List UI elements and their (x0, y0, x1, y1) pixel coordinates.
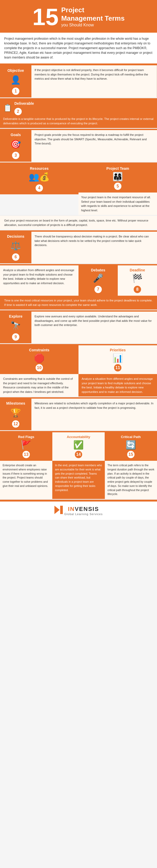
logo-svg (54, 506, 63, 514)
svg-rect-1 (60, 506, 63, 514)
milestones-icon: 🏆 (10, 408, 21, 418)
red-flags-icon: 🚩 (3, 440, 50, 450)
team-number: 5 (114, 183, 122, 190)
goals-number: 3 (12, 152, 19, 159)
panel-deadline: Deadline 🏁 8 (118, 266, 157, 296)
constraints-title: Constraints (3, 348, 76, 352)
accountability-number: 14 (75, 451, 82, 458)
resources-number: 4 (35, 184, 43, 192)
panel-accountability: Accountability ✅ 14 (52, 432, 105, 461)
resources-text-panel: Get your project resources on board in t… (0, 216, 157, 230)
deadline-icon: 🏁 (120, 273, 154, 283)
deliverable-text: Deliverable is a tangible outcome that i… (3, 117, 154, 125)
critical-path-text-panel: The term critical path refers to the lon… (105, 461, 157, 499)
resources-text: Get your project resources on board in t… (4, 218, 153, 227)
objective-icon: 👤 (10, 75, 21, 85)
debates-icon: 🎤 (81, 273, 115, 283)
deliverable-icon: 📋 (3, 103, 12, 114)
red-flags-title: Red Flags (3, 435, 50, 439)
panel-resources: Resources 👥💰 4 (0, 164, 78, 194)
team-text-panel: Your project team is the most important … (78, 192, 157, 215)
red-flags-number: 13 (23, 451, 30, 458)
explore-title: Explore (9, 314, 22, 318)
logo-sub-text: Global Learning Services (64, 513, 103, 516)
goals-title: Goals (11, 133, 21, 137)
critical-path-number: 15 (127, 451, 134, 458)
header-title-line1: Project (61, 6, 125, 14)
panel-goals: Goals 🎯 3 (0, 130, 31, 162)
critical-path-text: The term critical path refers to the lon… (108, 463, 154, 496)
row-deliverable: 📋 Deliverable 2 Deliverable is a tangibl… (0, 98, 157, 129)
accountability-text-panel: In the end, project team members who are… (52, 461, 105, 499)
page-header: 15 Project Management Terms you Should K… (0, 0, 157, 33)
debates-deadline-icons: Debates 🎤 7 Deadline 🏁 8 (78, 266, 157, 296)
objective-title: Objective (7, 68, 24, 73)
accountability-title: Accountability (55, 435, 102, 439)
resources-title: Resources (29, 166, 50, 170)
deadline-title: Deadline (120, 268, 154, 272)
row-constraints-priorities: Constraints 🛑 10 Priorities 📊 11 (0, 345, 157, 374)
critical-path-icon: 🔄 (107, 440, 154, 450)
constraints-icon: 🛑 (3, 353, 76, 363)
debates-deadline-right: Debates 🎤 7 Deadline 🏁 8 (78, 266, 157, 296)
decisions-text: There should be transparency about decis… (34, 234, 154, 247)
explore-icon: 🔭 (10, 321, 21, 331)
row-bottom-texts: Enterprise should create an environment … (0, 461, 157, 500)
explore-text: Explore new avenues and every option ava… (34, 314, 154, 327)
row-constraints-priorities-text: Constraints are something that is outsid… (0, 374, 157, 397)
resources-inner: Resources 👥💰 4 (29, 166, 50, 192)
decisions-title: Decisions (7, 234, 24, 239)
row-decisions: Decisions ⚖️ 6 There should be transpare… (0, 232, 157, 264)
priorities-icon: 📊 (81, 353, 154, 363)
panel-debates: Debates 🎤 7 (78, 266, 118, 296)
row-milestones: Milestones 🏆 12 Milestones are related t… (0, 399, 157, 431)
logo-accent: IN (68, 506, 75, 512)
priorities-col: Priorities 📊 11 (78, 345, 157, 374)
panel-critical-path: Critical Path 🔄 15 (105, 432, 157, 461)
row-objective-deliverable: Objective 👤 1 If the project objective i… (0, 65, 157, 98)
constraints-text-panel: Constraints are something that is outsid… (0, 374, 78, 397)
milestones-number: 12 (12, 420, 19, 428)
resources-col: Resources 👥💰 4 (0, 164, 78, 215)
milestones-text-panel: Milestones are related to schedules whic… (31, 399, 157, 430)
goals-text: Project goals provide you the focus requ… (34, 133, 154, 146)
logo-text-block: ININVENSISVENSIS Global Learning Service… (64, 506, 103, 516)
deadline-number: 8 (134, 286, 141, 293)
priorities-text: Analyze a situation from different angle… (82, 377, 154, 394)
objective-text-panel: If the project objective is not defined … (31, 65, 157, 97)
project-team-col: Project Team 👨‍👩‍👧 5 Your project team i… (78, 164, 157, 215)
milestones-text: Milestones are related to schedules whic… (34, 401, 154, 410)
decisions-number: 6 (12, 253, 19, 261)
row-goals: Goals 🎯 3 Project goals provide you the … (0, 130, 157, 162)
row-flags-accountability-path: Red Flags 🚩 13 Accountability ✅ 14 Criti… (0, 432, 157, 461)
debates-title: Debates (81, 268, 115, 272)
header-number: 15 (32, 5, 59, 29)
row-resources-team: Resources 👥💰 4 Project Team 👨‍👩‍👧 5 Your… (0, 164, 157, 216)
goals-text-panel: Project goals provide you the focus requ… (31, 130, 157, 162)
resources-icon: 👥💰 (29, 172, 50, 182)
priorities-text-panel: Analyze a situation from different angle… (78, 374, 157, 397)
logo-icon (54, 506, 63, 516)
constraints-number: 10 (35, 364, 43, 371)
debates-number: 7 (95, 286, 102, 293)
panel-project-team: Project Team 👨‍👩‍👧 5 (78, 164, 157, 192)
accountability-text: In the end, project team members who are… (55, 463, 102, 492)
debates-left-text: Analyze a situation from different angle… (3, 268, 75, 285)
decisions-text-panel: There should be transparency about decis… (31, 232, 157, 263)
team-icon: 👨‍👩‍👧 (81, 172, 154, 182)
decisions-icon: ⚖️ (10, 241, 21, 251)
deliverable-title: Deliverable (15, 101, 34, 106)
row-explore: Explore 🔭 9 Explore new avenues and ever… (0, 312, 157, 344)
team-text: Your project team is the most important … (81, 195, 154, 212)
objective-number: 1 (12, 88, 19, 95)
team-title: Project Team (81, 166, 154, 170)
row-debates-deadline: Analyze a situation from different angle… (0, 266, 157, 296)
panel-decisions: Decisions ⚖️ 6 (0, 232, 31, 263)
logo-main-text: ININVENSISVENSIS (64, 506, 103, 513)
accountability-icon: ✅ (55, 440, 102, 450)
explore-number: 9 (12, 333, 19, 341)
debates-text-panel: Analyze a situation from different angle… (0, 266, 78, 296)
deliverable-number: 2 (15, 108, 22, 115)
panel-explore: Explore 🔭 9 (0, 312, 31, 343)
header-title-line3: you Should Know (61, 23, 125, 28)
